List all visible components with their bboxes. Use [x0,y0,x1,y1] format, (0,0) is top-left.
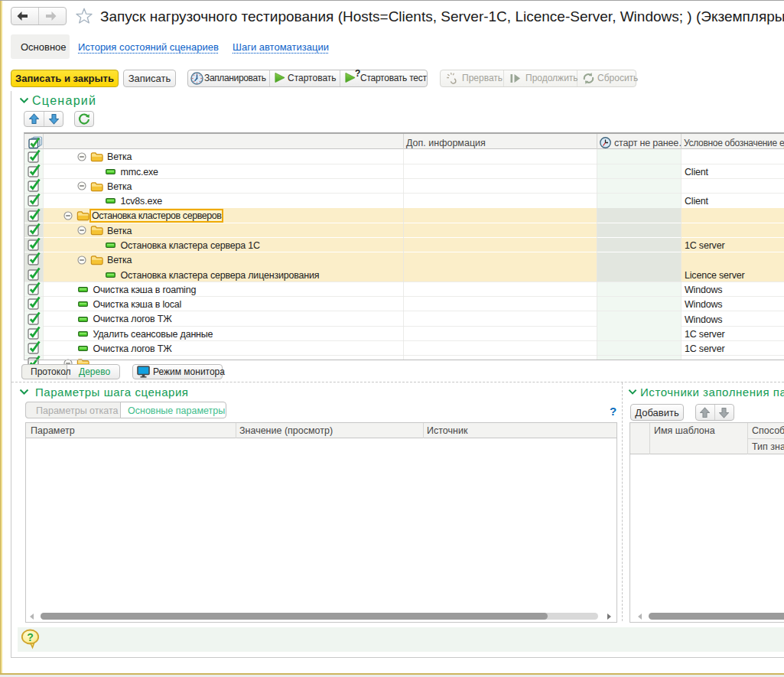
svg-text:?: ? [27,631,34,643]
